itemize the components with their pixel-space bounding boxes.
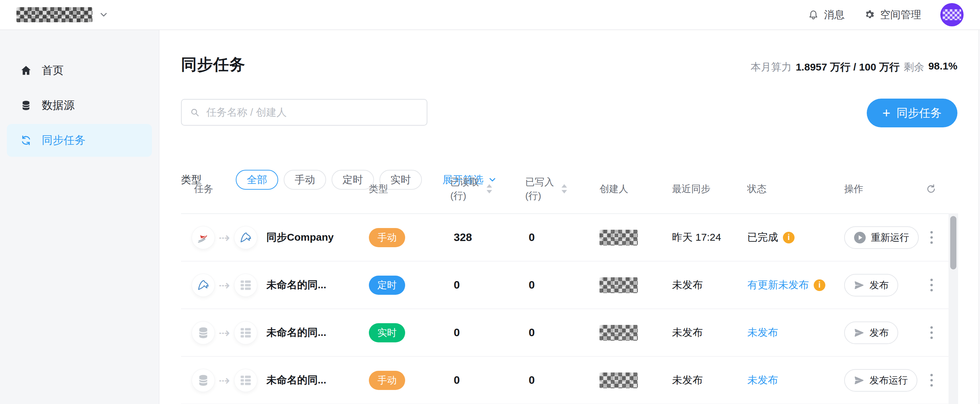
gear-icon [864,9,875,21]
action-button-label: 发布运行 [869,374,908,387]
dashed-arrow-icon: ⇢ [219,326,230,340]
sort-icon[interactable] [562,184,567,193]
refresh-icon[interactable] [926,184,937,195]
source-connector [192,226,215,249]
column-status: 状态 [747,164,844,213]
workspace-switcher[interactable] [16,7,109,22]
action-button-rerun[interactable]: 重新运行 [844,226,919,249]
main-content: 同步任务 本月算力 1.8957 万行 / 100 万行 剩余 98.1% 类型… [159,30,980,404]
mysql-icon [196,278,210,292]
table-header: 任务 类型 已读取(行) 已写入(行) 创建人 最近同步 状态 操作 [181,164,958,214]
status-text: 已完成 [747,230,778,244]
table-body: ⇢同步Company手动3280昨天 17:24已完成i重新运行⇢未命名的同..… [181,214,958,404]
written-rows-value: 0 [525,326,600,339]
new-sync-task-button[interactable]: + 同步任务 [867,99,958,127]
sync-icon [20,134,32,147]
target-connector [234,226,257,249]
dashed-arrow-icon: ⇢ [219,278,230,292]
quota-value: 1.8957 万行 / 100 万行 [795,60,900,74]
column-written-rows: 已写入(行) [525,164,600,213]
action-button-publish[interactable]: 发布 [844,321,898,344]
read-rows-value: 0 [450,326,525,339]
space-management-button[interactable]: 空间管理 [864,8,921,22]
type-badge: 实时 [369,323,405,342]
action-button-label: 重新运行 [871,231,909,244]
target-connector [234,274,257,297]
action-button-label: 发布 [869,279,889,292]
status-cell: 已完成i [747,230,844,244]
quota-remain-label: 剩余 [904,60,924,74]
scrollbar-thumb[interactable] [950,216,956,270]
action-button-publish[interactable]: 发布运行 [844,369,917,392]
dashed-arrow-icon: ⇢ [219,374,230,387]
creator-name-redacted [600,372,638,388]
more-actions-icon[interactable] [927,370,936,390]
sort-icon[interactable] [487,184,492,193]
avatar[interactable] [940,3,964,26]
sync-task-table: 任务 类型 已读取(行) 已写入(行) 创建人 最近同步 状态 操作 ⇢同步Co… [181,164,958,404]
column-read-rows: 已读取(行) [450,164,525,213]
status-text: 未发布 [747,373,778,387]
actions-cell: 发布 [844,309,958,356]
column-creator: 创建人 [600,164,672,213]
topbar-right: 消息 空间管理 [808,3,964,26]
list-icon [239,326,253,340]
written-rows-value: 0 [525,231,600,244]
mysql-icon [239,230,253,245]
last-sync-value: 未发布 [672,373,747,387]
more-actions-icon[interactable] [927,323,936,342]
task-cell[interactable]: ⇢未命名的同... [181,369,369,392]
task-cell[interactable]: ⇢同步Company [181,226,369,249]
creator-cell [600,372,672,388]
page-title: 同步任务 [181,54,245,75]
messages-button[interactable]: 消息 [808,8,845,22]
quota-label: 本月算力 [750,60,791,74]
info-icon[interactable]: i [783,232,795,243]
status-text: 有更新未发布 [747,278,809,292]
read-rows-value: 328 [450,231,525,244]
more-actions-icon[interactable] [927,228,936,247]
database-dark-icon [20,99,32,112]
more-actions-icon[interactable] [927,275,936,295]
creator-cell [600,325,672,341]
status-cell: 未发布 [747,326,844,340]
written-rows-value: 0 [525,279,600,291]
column-task: 任务 [181,164,369,213]
new-sync-task-label: 同步任务 [897,105,942,121]
column-actions: 操作 [844,164,958,213]
source-connector [192,369,215,392]
last-sync-value: 昨天 17:24 [672,230,747,244]
avatar-redacted [943,9,961,20]
sidebar-item-sync-tasks[interactable]: 同步任务 [7,124,152,157]
table-row: ⇢未命名的同...定时00未发布有更新未发布i发布 [181,262,958,309]
database-icon [196,373,210,388]
table-row: ⇢未命名的同...实时00未发布未发布发布 [181,309,958,357]
quota-summary: 本月算力 1.8957 万行 / 100 万行 剩余 98.1% [750,60,958,74]
status-text: 未发布 [747,326,778,340]
type-badge: 定时 [369,276,405,295]
type-cell: 实时 [369,323,450,342]
status-cell: 未发布 [747,373,844,387]
action-button-publish[interactable]: 发布 [844,274,898,297]
target-connector [234,321,257,344]
read-rows-value: 0 [450,374,525,386]
last-sync-value: 未发布 [672,326,747,340]
chevron-down-icon [99,10,109,20]
bell-icon [808,9,819,21]
task-cell[interactable]: ⇢未命名的同... [181,321,369,344]
topbar: 消息 空间管理 [0,0,980,30]
sidebar-item-datasource[interactable]: 数据源 [7,89,152,122]
dashed-arrow-icon: ⇢ [219,231,230,244]
info-icon[interactable]: i [814,279,825,291]
scrollbar-track[interactable] [948,213,958,404]
send-icon [854,375,865,386]
creator-cell [600,277,672,293]
search-input[interactable] [206,106,419,118]
sidebar-item-label: 数据源 [42,98,75,113]
written-rows-value: 0 [525,374,600,386]
sidebar-item-home[interactable]: 首页 [7,54,152,87]
database-icon [196,326,210,340]
read-rows-value: 0 [450,279,525,291]
task-cell[interactable]: ⇢未命名的同... [181,274,369,297]
table-row: ⇢同步Company手动3280昨天 17:24已完成i重新运行 [181,214,958,262]
